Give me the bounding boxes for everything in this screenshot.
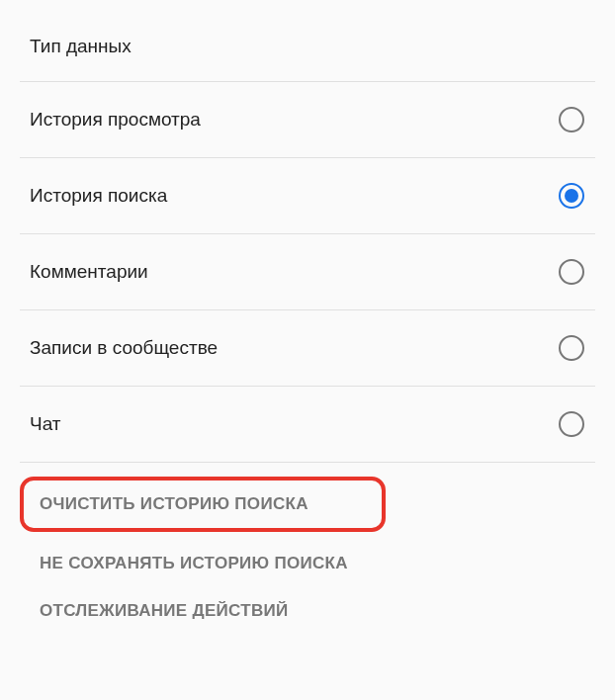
radio-button-icon [558, 410, 585, 438]
pause-search-history-button[interactable]: НЕ СОХРАНЯТЬ ИСТОРИЮ ПОИСКА [30, 540, 358, 587]
radio-option-watch-history[interactable]: История просмотра [20, 81, 595, 157]
radio-label: Записи в сообществе [30, 337, 218, 359]
radio-label: История просмотра [30, 109, 201, 131]
svg-point-3 [560, 260, 583, 284]
section-title: Тип данных [20, 20, 595, 81]
radio-label: Чат [30, 413, 61, 435]
radio-button-icon [558, 106, 585, 133]
svg-point-0 [560, 108, 583, 131]
radio-option-community-posts[interactable]: Записи в сообществе [20, 309, 595, 386]
activity-tracking-button[interactable]: ОТСЛЕЖИВАНИЕ ДЕЙСТВИЙ [30, 587, 299, 635]
clear-search-history-button[interactable]: ОЧИСТИТЬ ИСТОРИЮ ПОИСКА [30, 488, 318, 520]
svg-point-5 [560, 412, 583, 436]
radio-option-comments[interactable]: Комментарии [20, 233, 595, 309]
radio-option-chat[interactable]: Чат [20, 386, 595, 462]
radio-label: Комментарии [30, 261, 148, 283]
actions-group: ОЧИСТИТЬ ИСТОРИЮ ПОИСКА НЕ СОХРАНЯТЬ ИСТ… [20, 477, 595, 635]
divider [20, 462, 595, 463]
radio-button-icon [558, 258, 585, 286]
radio-label: История поиска [30, 185, 167, 207]
radio-option-search-history[interactable]: История поиска [20, 157, 595, 233]
radio-button-icon [558, 334, 585, 362]
svg-point-4 [560, 336, 583, 360]
highlight-annotation: ОЧИСТИТЬ ИСТОРИЮ ПОИСКА [20, 477, 386, 532]
data-type-radio-group: История просмотра История поиска Коммент… [20, 81, 595, 462]
radio-button-selected-icon [558, 182, 585, 210]
svg-point-2 [565, 189, 578, 203]
